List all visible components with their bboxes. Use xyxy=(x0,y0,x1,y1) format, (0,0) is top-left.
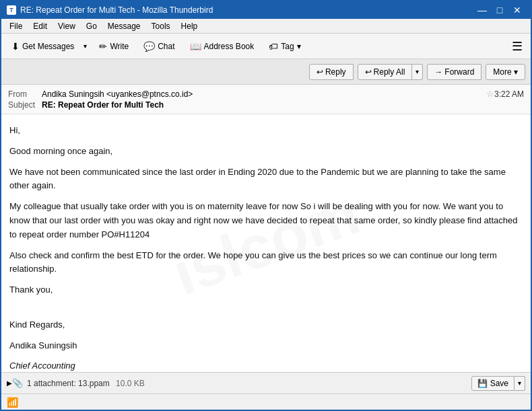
minimize-button[interactable]: — xyxy=(474,3,490,17)
para3: Also check and confirm the best ETD for … xyxy=(9,249,523,277)
kind-regards: Kind Regards, xyxy=(9,318,523,332)
menu-bar: File Edit View Go Message Tools Help xyxy=(1,19,531,34)
subject-label: Subject xyxy=(8,100,42,110)
email-content: Hi, Good morning once again, We have not… xyxy=(9,124,523,372)
menu-go[interactable]: Go xyxy=(81,20,102,32)
reply-icon: ↩ xyxy=(317,67,323,77)
subject-row: Subject RE: Repeat Order for Multi Tech xyxy=(8,100,524,110)
email-header: From Andika Suningsih <uyankes@ptncs.co.… xyxy=(1,85,531,114)
title-bar: T RE: Repeat Order for Multi Tech - Mozi… xyxy=(1,1,531,19)
more-button[interactable]: More ▾ xyxy=(486,64,525,80)
from-label: From xyxy=(8,89,42,99)
more-arrow-icon: ▾ xyxy=(514,67,518,77)
attachment-count: 1 attachment: xyxy=(27,379,78,388)
save-icon: 💾 xyxy=(477,379,488,388)
reply-all-group: ↩ Reply All ▾ xyxy=(358,64,424,80)
forward-icon: → xyxy=(434,67,442,77)
status-bar: 📶 xyxy=(1,394,531,410)
get-messages-group: ⬇ Get Messages ▾ xyxy=(5,38,90,55)
wifi-icon: 📶 xyxy=(7,397,18,408)
reply-button[interactable]: ↩ Reply xyxy=(309,64,354,80)
window-controls[interactable]: — □ ✕ xyxy=(474,3,525,17)
greeting: Hi, xyxy=(9,124,523,138)
star-icon[interactable]: ☆ xyxy=(486,89,494,99)
toolbar: ⬇ Get Messages ▾ ✏ Write 💬 Chat 📖 Addres… xyxy=(1,34,531,59)
reply-all-arrow[interactable]: ▾ xyxy=(412,64,423,80)
write-icon: ✏ xyxy=(99,41,107,52)
from-row: From Andika Suningsih <uyankes@ptncs.co.… xyxy=(8,89,524,99)
tag-label: Tag xyxy=(281,42,294,51)
reply-all-label: Reply All xyxy=(374,67,405,77)
write-label: Write xyxy=(110,42,129,51)
action-bar: ↩ Reply ↩ Reply All ▾ → Forward More ▾ xyxy=(1,59,531,85)
window-title: RE: Repeat Order for Multi Tech - Mozill… xyxy=(20,5,213,15)
thanks: Thank you, xyxy=(9,283,523,297)
menu-file[interactable]: File xyxy=(4,20,28,32)
sender-title: Chief Accounting xyxy=(9,359,523,372)
forward-button[interactable]: → Forward xyxy=(427,64,481,80)
maximize-button[interactable]: □ xyxy=(492,3,508,17)
more-label: More xyxy=(493,67,511,77)
get-messages-label: Get Messages xyxy=(22,42,74,51)
tag-icon: 🏷 xyxy=(269,41,278,52)
chat-button[interactable]: 💬 Chat xyxy=(137,38,180,55)
email-body: islcom Hi, Good morning once again, We h… xyxy=(1,114,531,372)
address-book-icon: 📖 xyxy=(190,41,201,52)
tag-button[interactable]: 🏷 Tag ▾ xyxy=(263,38,306,55)
menu-help[interactable]: Help xyxy=(176,20,203,32)
email-time: 3:22 AM xyxy=(494,89,524,99)
reply-all-button[interactable]: ↩ Reply All xyxy=(358,64,413,80)
save-label: Save xyxy=(490,379,508,388)
forward-label: Forward xyxy=(444,67,474,77)
para2: My colleague that usually take order wit… xyxy=(9,200,523,241)
sender-name: Andika Suningsih xyxy=(9,339,523,353)
menu-edit[interactable]: Edit xyxy=(28,20,53,32)
salutation: Good morning once again, xyxy=(9,145,523,159)
attachment-info: 1 attachment: 13.ppam 10.0 KB xyxy=(27,379,471,388)
save-group: 💾 Save ▾ xyxy=(471,376,525,391)
para1: We have not been communicated since the … xyxy=(9,165,523,194)
hamburger-menu[interactable]: ☰ xyxy=(508,36,527,57)
reply-label: Reply xyxy=(325,67,346,77)
reply-group: ↩ Reply xyxy=(309,64,354,80)
get-messages-icon: ⬇ xyxy=(11,41,20,52)
from-value: Andika Suningsih <uyankes@ptncs.co.id> xyxy=(42,89,484,99)
title-bar-left: T RE: Repeat Order for Multi Tech - Mozi… xyxy=(7,5,213,15)
forward-group: → Forward xyxy=(427,64,481,80)
menu-view[interactable]: View xyxy=(53,20,81,32)
address-book-label: Address Book xyxy=(204,42,255,51)
app-icon: T xyxy=(7,5,16,15)
main-window: T RE: Repeat Order for Multi Tech - Mozi… xyxy=(0,0,532,411)
menu-tools[interactable]: Tools xyxy=(146,20,176,32)
menu-message[interactable]: Message xyxy=(102,20,146,32)
expand-button[interactable]: ▶ xyxy=(7,379,12,387)
close-button[interactable]: ✕ xyxy=(509,3,525,17)
attachment-icon: 📎 xyxy=(12,378,23,388)
attachment-filename: 13.ppam xyxy=(78,379,110,388)
reply-all-icon: ↩ xyxy=(365,67,372,77)
write-button[interactable]: ✏ Write xyxy=(93,38,135,55)
attachment-bar: ▶ 📎 1 attachment: 13.ppam 10.0 KB 💾 Save… xyxy=(1,372,531,394)
chat-icon: 💬 xyxy=(143,41,155,52)
subject-value: RE: Repeat Order for Multi Tech xyxy=(42,100,524,110)
save-arrow[interactable]: ▾ xyxy=(514,376,525,391)
chat-label: Chat xyxy=(158,42,174,51)
attachment-size: 10.0 KB xyxy=(116,379,145,388)
get-messages-button[interactable]: ⬇ Get Messages xyxy=(5,38,80,55)
save-button[interactable]: 💾 Save xyxy=(471,376,514,391)
get-messages-arrow[interactable]: ▾ xyxy=(80,38,90,55)
address-book-button[interactable]: 📖 Address Book xyxy=(184,38,261,55)
